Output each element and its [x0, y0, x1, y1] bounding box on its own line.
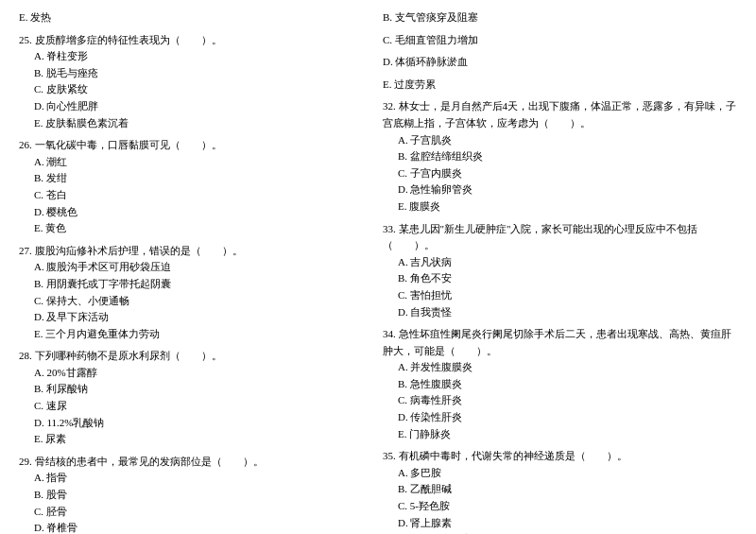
question-title: C. 毛细直管阻力增加 — [383, 32, 737, 49]
option: B. 股骨 — [19, 487, 373, 504]
left-column: E. 发热25. 皮质醇增多症的特征性表现为（ ）。A. 脊柱变形B. 脱毛与痤… — [19, 9, 373, 534]
question-block: 29. 骨结核的患者中，最常见的发病部位是（ ）。A. 指骨B. 股骨C. 胫骨… — [19, 454, 373, 534]
option: A. 脊柱变形 — [19, 48, 373, 65]
question-title: 33. 某患儿因"新生儿硬肿症"入院，家长可能出现的心理反应中不包括（ ）。 — [383, 221, 737, 254]
option: D. 肾上腺素 — [383, 515, 737, 532]
option: B. 发绀 — [19, 170, 373, 187]
option: A. 并发性腹膜炎 — [383, 359, 737, 376]
question-block: 33. 某患儿因"新生儿硬肿症"入院，家长可能出现的心理反应中不包括（ ）。A.… — [383, 221, 737, 321]
option: B. 角色不安 — [383, 270, 737, 287]
option: C. 病毒性肝炎 — [383, 392, 737, 409]
question-block: E. 发热 — [19, 9, 373, 26]
option: A. 20%甘露醇 — [19, 365, 373, 382]
option: C. 子宫内膜炎 — [383, 165, 737, 182]
option: B. 乙酰胆碱 — [383, 481, 737, 498]
option: C. 皮肤紧纹 — [19, 81, 373, 98]
option: A. 吉凡状病 — [383, 254, 737, 271]
option: A. 多巴胺 — [383, 465, 737, 482]
question-title: 28. 下列哪种药物不是原水利尿剂（ ）。 — [19, 348, 373, 365]
question-block: 32. 林女士，是月自然产后4天，出现下腹痛，体温正常，恶露多，有异味，子宫底糊… — [383, 98, 737, 215]
option: E. 腹膜炎 — [383, 198, 737, 215]
question-title: E. 发热 — [19, 9, 373, 26]
option: D. 自我责怪 — [383, 304, 737, 321]
option: D. 脊椎骨 — [19, 520, 373, 534]
option: C. 害怕担忧 — [383, 287, 737, 304]
option: C. 保持大、小便通畅 — [19, 293, 373, 310]
option: E. 尿素 — [19, 431, 373, 448]
option: D. 向心性肥胖 — [19, 98, 373, 115]
option: D. 及早下床活动 — [19, 309, 373, 326]
question-title: 35. 有机磷中毒时，代谢失常的神经递质是（ ）。 — [383, 448, 737, 465]
option: D. 传染性肝炎 — [383, 409, 737, 426]
question-block: 35. 有机磷中毒时，代谢失常的神经递质是（ ）。A. 多巴胺B. 乙酰胆碱C.… — [383, 448, 737, 534]
option: E. 皮肤黏膜色素沉着 — [19, 115, 373, 132]
option: A. 指骨 — [19, 470, 373, 487]
question-block: 28. 下列哪种药物不是原水利尿剂（ ）。A. 20%甘露醇B. 利尿酸钠C. … — [19, 348, 373, 448]
option: E. 黄色 — [19, 220, 373, 237]
question-block: 27. 腹股沟疝修补术后护理，错误的是（ ）。A. 腹股沟手术区可用砂袋压迫B.… — [19, 243, 373, 343]
option: B. 利尿酸钠 — [19, 381, 373, 398]
option: A. 腹股沟手术区可用砂袋压迫 — [19, 259, 373, 276]
option: B. 脱毛与痤疮 — [19, 65, 373, 82]
question-block: 34. 急性坏疽性阑尾炎行阑尾切除手术后二天，患者出现寒战、高热、黄疸肝肿大，可… — [383, 326, 737, 442]
question-block: 25. 皮质醇增多症的特征性表现为（ ）。A. 脊柱变形B. 脱毛与痤疮C. 皮… — [19, 32, 373, 132]
option: C. 胫骨 — [19, 504, 373, 521]
question-title: 34. 急性坏疽性阑尾炎行阑尾切除手术后二天，患者出现寒战、高热、黄疸肝肿大，可… — [383, 326, 737, 359]
option: A. 潮红 — [19, 154, 373, 171]
question-block: D. 体循环静脉淤血 — [383, 54, 737, 71]
question-title: E. 过度劳累 — [383, 77, 737, 94]
question-title: 27. 腹股沟疝修补术后护理，错误的是（ ）。 — [19, 243, 373, 260]
question-title: 32. 林女士，是月自然产后4天，出现下腹痛，体温正常，恶露多，有异味，子宫底糊… — [383, 98, 737, 131]
option: C. 苍白 — [19, 187, 373, 204]
question-title: D. 体循环静脉淤血 — [383, 54, 737, 71]
option: D. 11.2%乳酸钠 — [19, 415, 373, 432]
option: C. 速尿 — [19, 398, 373, 415]
right-column: B. 支气管痰穿及阻塞C. 毛细直管阻力增加D. 体循环静脉淤血E. 过度劳累3… — [383, 9, 737, 534]
question-block: E. 过度劳累 — [383, 77, 737, 94]
option: D. 樱桃色 — [19, 204, 373, 221]
question-title: 25. 皮质醇增多症的特征性表现为（ ）。 — [19, 32, 373, 49]
option: C. 5-羟色胺 — [383, 498, 737, 515]
option: E. 三个月内避免重体力劳动 — [19, 326, 373, 343]
question-title: B. 支气管痰穿及阻塞 — [383, 9, 737, 26]
option: D. 急性输卵管炎 — [383, 181, 737, 198]
option: B. 用阴囊托或丁字带托起阴囊 — [19, 276, 373, 293]
question-block: B. 支气管痰穿及阻塞 — [383, 9, 737, 26]
question-title: 26. 一氧化碳中毒，口唇黏膜可见（ ）。 — [19, 137, 373, 154]
option: B. 盆腔结缔组织炎 — [383, 148, 737, 165]
option: B. 急性腹膜炎 — [383, 376, 737, 393]
question-block: C. 毛细直管阻力增加 — [383, 32, 737, 49]
question-block: 26. 一氧化碳中毒，口唇黏膜可见（ ）。A. 潮红B. 发绀C. 苍白D. 樱… — [19, 137, 373, 237]
option: A. 子宫肌炎 — [383, 132, 737, 149]
option: E. 门静脉炎 — [383, 426, 737, 443]
question-title: 29. 骨结核的患者中，最常见的发病部位是（ ）。 — [19, 454, 373, 471]
page-content: E. 发热25. 皮质醇增多症的特征性表现为（ ）。A. 脊柱变形B. 脱毛与痤… — [19, 9, 737, 534]
